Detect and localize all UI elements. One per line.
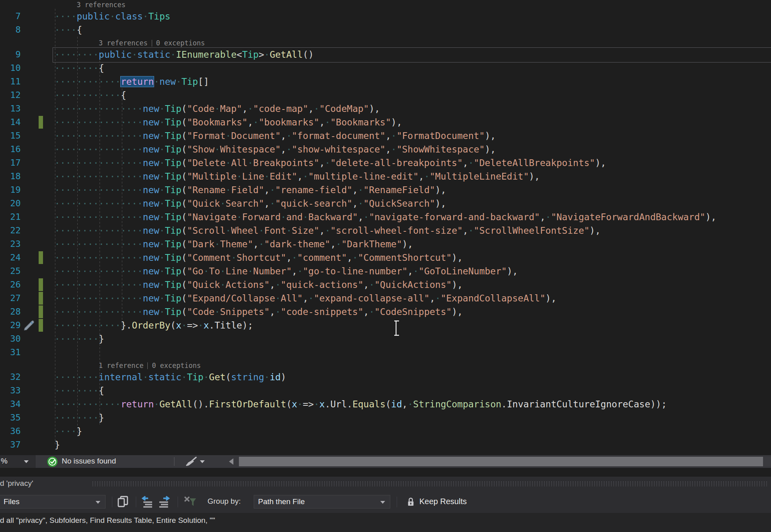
codelens-separator [152,40,152,47]
scrollbar-left-arrow[interactable] [229,458,233,465]
whitespace-dots: · [176,76,182,87]
whitespace-dots: ········ [55,63,99,73]
whitespace-dots: · [358,198,364,209]
codelens-link[interactable]: 1 reference0 exceptions [99,360,201,371]
divider [112,497,112,507]
whitespace-dots: ················ [55,225,143,236]
whitespace-dots: · [220,266,225,276]
whitespace-dots: · [314,399,319,409]
code-line[interactable]: 8····{ [0,23,771,37]
titlebar-drag-grip [92,481,767,486]
line-number: 28 [0,305,21,319]
zoom-level-dropdown[interactable]: % [0,455,35,468]
whitespace-dots: · [237,171,242,182]
whitespace-dots: · [352,252,358,263]
whitespace-dots: · [154,399,159,409]
whitespace-dots: · [264,171,270,182]
code-line[interactable]: 29············}.OrderBy(x·=>·x.Title); [0,319,771,332]
editor-status-bar: % No issues found [0,455,771,468]
code-line[interactable]: 37} [0,438,771,452]
code-line[interactable]: 26················new·Tip("Quick·Actions… [0,278,771,291]
find-results-titlebar[interactable]: d 'privacy' [0,477,771,491]
code-cleanup-broom-icon[interactable] [183,457,198,466]
code-line[interactable]: 36····} [0,424,771,438]
code-line[interactable]: 11············return·new·Tip[] [0,75,771,88]
code-line[interactable]: 9········public·static·IEnumerable<Tip>·… [0,48,771,61]
code-line[interactable]: 20················new·Tip("Quick·Search"… [0,197,771,210]
horizontal-scrollbar-thumb[interactable] [239,457,763,466]
whitespace-dots: · [215,239,220,249]
code-line[interactable]: 14················new·Tip("Bookmarks",·"… [0,115,771,129]
whitespace-dots: ················ [55,185,143,195]
line-number: 12 [0,88,21,102]
code-line[interactable]: 27················new·Tip("Expand/Collap… [0,291,771,305]
copy-results-icon[interactable] [116,496,131,508]
health-check-icon[interactable] [47,456,58,467]
scope-dropdown-value: Files [4,497,20,506]
code-line[interactable]: 22················new·Tip("Scroll·Wheel·… [0,224,771,237]
line-number: 10 [0,61,21,75]
code-line[interactable]: 13················new·Tip("Code·Map",·"c… [0,102,771,115]
whitespace-dots: · [286,144,292,155]
whitespace-dots: · [424,171,430,182]
code-line[interactable]: 23················new·Tip("Dark·Theme",·… [0,237,771,251]
whitespace-dots: · [391,144,397,155]
whitespace-dots: · [369,280,374,290]
code-line[interactable]: 31 [0,346,771,359]
codelens-link[interactable]: 3 references [76,0,125,10]
code-line[interactable]: 33········{ [0,384,771,397]
code-line[interactable]: 17················new·Tip("Delete·All·Br… [0,156,771,170]
code-line[interactable]: 12············{ [0,88,771,102]
code-line[interactable]: 16················new·Tip("Show·Whitespa… [0,143,771,156]
whitespace-dots: · [220,280,225,290]
whitespace-dots: ················ [55,280,143,290]
code-line[interactable]: 18················new·Tip("Multiple·Line… [0,170,771,183]
issues-status-text: No issues found [62,457,116,465]
whitespace-dots: ········ [55,385,99,396]
whitespace-dots: · [281,212,286,222]
find-results-summary-row[interactable]: d all "privacy", Subfolders, Find Result… [0,513,771,532]
code-line[interactable]: 15················new·Tip("Format·Docume… [0,129,771,143]
chevron-down-icon[interactable] [200,460,205,463]
code-editor[interactable]: 3 references7····public·class·Tips8····{… [0,0,771,455]
whitespace-dots: · [358,185,364,195]
code-line[interactable]: 34············return·GetAll().FirstOrDef… [0,397,771,411]
find-results-toolbar: Files Group by: Path then File [0,491,771,513]
code-line[interactable]: 35········} [0,411,771,424]
code-line[interactable]: 10········{ [0,61,771,75]
whitespace-dots: · [275,293,281,303]
zoom-level-value: % [1,457,8,465]
whitespace-dots: · [159,307,165,317]
whitespace-dots: · [391,131,397,141]
keep-results-lock-icon[interactable] [407,497,415,507]
previous-location-icon[interactable] [140,496,155,508]
code-line[interactable]: 32········internal·static·Tip·Get(string… [0,370,771,384]
mouse-ibeam-cursor [393,320,400,336]
keep-results-button[interactable]: Keep Results [419,497,467,506]
scope-dropdown[interactable]: Files [0,495,106,509]
change-tracking-bar [39,278,43,291]
codelens-link[interactable]: 3 references0 exceptions [99,37,205,49]
whitespace-dots: · [110,11,115,22]
next-location-icon[interactable] [157,496,171,508]
clear-filter-icon[interactable] [183,496,198,508]
code-line[interactable]: 30········} [0,332,771,346]
whitespace-dots: ············ [55,399,121,409]
line-number: 11 [0,75,21,88]
code-line[interactable]: 19················new·Tip("Rename·Field"… [0,183,771,197]
code-line[interactable]: 24················new·Tip("Comment·Short… [0,251,771,264]
whitespace-dots: · [248,104,253,114]
code-line[interactable]: 21················new·Tip("Navigate·Forw… [0,210,771,224]
whitespace-dots: · [308,293,314,303]
whitespace-dots: · [468,225,474,236]
line-number: 22 [0,224,21,237]
code-line[interactable]: 25················new·Tip("Go·To·Line·Nu… [0,264,771,278]
group-by-dropdown[interactable]: Path then File [254,495,390,509]
whitespace-dots: ················ [55,293,143,303]
code-line[interactable]: 7····public·class·Tips [0,10,771,23]
whitespace-dots: · [325,225,331,236]
code-line[interactable]: 28················new·Tip("Code·Snippets… [0,305,771,319]
whitespace-dots: · [159,239,165,249]
line-number: 23 [0,237,21,251]
whitespace-dots: ················ [55,144,143,155]
